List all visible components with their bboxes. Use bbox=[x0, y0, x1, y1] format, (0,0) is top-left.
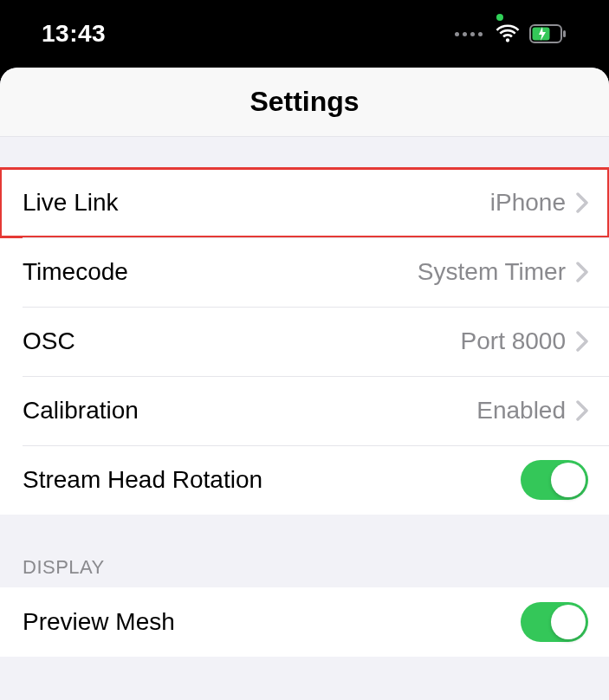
row-stream-head-rotation: Stream Head Rotation bbox=[0, 445, 609, 515]
row-timecode[interactable]: Timecode System Timer bbox=[0, 237, 609, 307]
settings-section-display: Preview Mesh bbox=[0, 587, 609, 657]
settings-sheet: Settings Live Link iPhone Timecode Syste… bbox=[0, 68, 609, 700]
row-osc[interactable]: OSC Port 8000 bbox=[0, 307, 609, 376]
row-label: Timecode bbox=[23, 258, 128, 286]
chevron-right-icon bbox=[576, 331, 588, 352]
chevron-right-icon bbox=[576, 262, 588, 282]
status-icons bbox=[455, 24, 567, 43]
row-value: iPhone bbox=[490, 189, 566, 217]
toggle-stream-head-rotation[interactable] bbox=[521, 460, 588, 500]
row-value: Enabled bbox=[476, 397, 566, 425]
battery-charging-icon bbox=[529, 24, 567, 43]
toggle-knob bbox=[551, 463, 586, 497]
wifi-icon bbox=[495, 24, 521, 43]
row-label: Calibration bbox=[23, 397, 139, 425]
row-calibration[interactable]: Calibration Enabled bbox=[0, 376, 609, 445]
cellular-dots-icon bbox=[455, 32, 483, 36]
row-live-link[interactable]: Live Link iPhone bbox=[0, 168, 609, 237]
toggle-preview-mesh[interactable] bbox=[521, 602, 588, 642]
camera-indicator-dot bbox=[496, 14, 503, 21]
section-spacer bbox=[0, 137, 609, 168]
settings-section-main: Live Link iPhone Timecode System Timer O… bbox=[0, 168, 609, 515]
status-time: 13:43 bbox=[42, 20, 106, 48]
chevron-right-icon bbox=[576, 400, 588, 421]
row-label: Preview Mesh bbox=[23, 608, 175, 636]
row-value: Port 8000 bbox=[461, 327, 566, 355]
toggle-knob bbox=[551, 605, 586, 639]
svg-rect-2 bbox=[563, 30, 566, 37]
status-bar: 13:43 bbox=[0, 0, 609, 68]
nav-header: Settings bbox=[0, 68, 609, 137]
row-label: Live Link bbox=[23, 189, 119, 217]
chevron-right-icon bbox=[576, 192, 588, 213]
row-preview-mesh: Preview Mesh bbox=[0, 587, 609, 657]
row-label: Stream Head Rotation bbox=[23, 466, 262, 494]
page-title: Settings bbox=[249, 86, 359, 118]
row-label: OSC bbox=[23, 327, 75, 355]
row-value: System Timer bbox=[418, 258, 566, 286]
section-header-display: DISPLAY bbox=[0, 515, 609, 587]
